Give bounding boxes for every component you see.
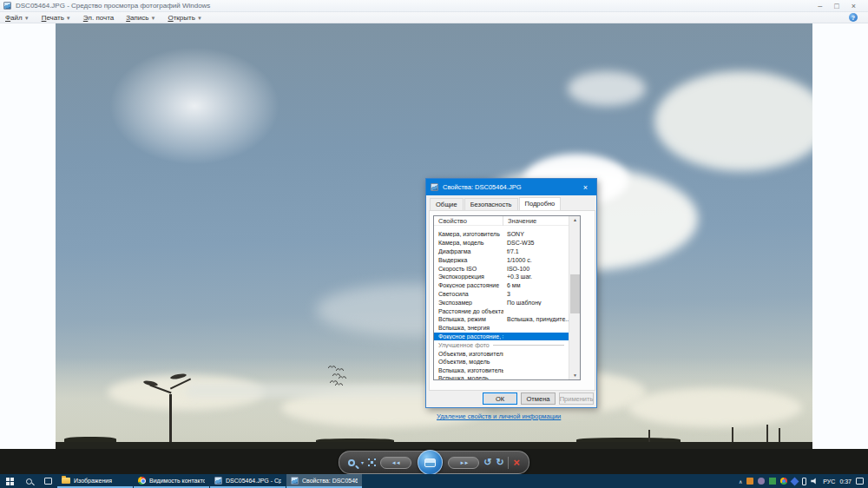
photo-viewer-app-icon [3,2,11,10]
scrollbar-thumb[interactable] [570,274,580,313]
property-name: Экспокоррекция [434,274,503,280]
scroll-down-icon[interactable]: ▼ [569,372,581,379]
ok-button[interactable]: ОК [483,392,517,405]
action-center-icon[interactable] [856,478,864,485]
power-pole [648,430,650,443]
language-indicator[interactable]: РУС [823,478,835,485]
menu-item-4[interactable]: Открыть▼ [168,14,201,22]
next-button[interactable]: ►► [448,457,479,469]
menu-item-1[interactable]: Печать▼ [42,14,71,22]
property-value: 3 [503,291,569,297]
property-row[interactable]: Фокусное расстояние6 мм [434,281,569,290]
clock[interactable]: 0:37 [839,478,852,485]
window-titlebar: DSC05464.JPG - Средство просмотра фотогр… [0,0,868,12]
property-row[interactable]: Фокусное расстояние, э... [434,333,569,341]
property-row[interactable]: Камера, изготовительSONY [434,230,569,239]
dialog-titlebar: Свойства: DSC05464.JPG × [426,179,596,195]
zoom-button[interactable]: ▾ [348,459,364,466]
apply-button[interactable]: Применить [559,392,594,405]
utorrent-icon[interactable] [746,478,753,485]
property-name: Вспышка, модель [434,375,503,380]
property-row[interactable]: Вспышка, изготовитель [434,366,569,375]
task-view-button[interactable] [38,474,57,488]
property-row[interactable]: Вспышка, энергия [434,324,569,333]
rotate-left-button[interactable]: ↺ [483,458,491,467]
bird [339,367,346,373]
property-section-row[interactable]: Улучшенное фото [434,340,569,349]
taskbar-button-3[interactable]: Свойства: DSC05464... [286,474,362,488]
property-name: Объектив, модель [434,359,503,365]
phone-icon[interactable] [802,478,806,485]
remove-properties-link[interactable]: Удаление свойств и личной информации [437,412,561,420]
property-row[interactable]: Камера, модельDSC-W35 [434,239,569,247]
rotate-right-button[interactable]: ↻ [496,458,503,467]
sun-glow [82,28,307,184]
hidden-icons-chevron-icon[interactable]: ∧ [739,478,742,485]
property-row[interactable]: Светосила3 [434,290,569,299]
menu-item-3[interactable]: Запись▼ [126,14,155,22]
property-row[interactable]: Выдержка1/1000 с. [434,255,569,264]
minimize-button[interactable]: – [818,1,822,11]
dialog-close-icon[interactable]: × [579,183,592,192]
cloud [654,71,812,171]
property-row[interactable]: Скорость ISOISO-100 [434,264,569,273]
taskbar: ИзображенияВидимость контакто...DSC05464… [0,474,868,488]
scrollbar[interactable]: ▲ ▼ [569,216,580,379]
property-row[interactable]: Вспышка, модель [434,375,569,380]
menu-item-2[interactable]: Эл. почта [83,14,114,22]
property-value: ISO-100 [503,266,569,272]
tab-2[interactable]: Подробно [519,197,562,211]
delete-button[interactable]: × [513,457,520,468]
dialog-app-icon [431,183,438,191]
power-pole [732,427,733,443]
property-name: Вспышка, изготовитель [434,367,503,373]
start-button[interactable] [0,474,19,488]
properties-list-rows: Камера, изготовительSONYКамера, модельDS… [434,226,569,380]
taskbar-button-label: Изображения [74,478,112,484]
property-name: Вспышка, энергия [434,325,503,331]
actual-size-button[interactable] [368,458,376,466]
property-row[interactable]: ЭкспозамерПо шаблону [434,298,569,307]
property-row[interactable]: Расстояние до объекта [434,307,569,315]
menu-item-0[interactable]: Файл▼ [5,14,30,22]
restore-button[interactable]: □ [834,1,838,11]
app-green-icon[interactable] [769,478,776,485]
taskbar-button-label: Свойства: DSC05464... [302,478,358,484]
scroll-up-icon[interactable]: ▲ [569,216,581,224]
property-row[interactable]: Вспышка, режимВспышка, принудите... [434,315,569,324]
volume-icon[interactable] [811,478,819,485]
property-value: +0.3 шаг. [503,274,569,280]
photo-viewer-icon [291,477,299,485]
taskbar-button-1[interactable]: Видимость контакто... [134,474,209,488]
previous-button[interactable]: ◄◄ [380,457,411,469]
dialog-buttons: ОКОтменаПрименить [426,392,596,405]
property-row[interactable]: Объектив, модель [434,358,569,366]
taskbar-button-2[interactable]: DSC05464.JPG - Сред... [210,474,286,488]
property-value: Вспышка, принудите... [503,316,569,322]
search-button[interactable] [19,474,38,488]
app-purple-icon[interactable] [758,478,765,485]
power-pole [766,425,768,443]
chevron-down-icon: ▼ [24,16,30,21]
chrome-tray-icon[interactable] [780,478,787,485]
cancel-button[interactable]: Отмена [521,392,556,405]
slideshow-button[interactable] [418,450,443,475]
zoom-icon [348,459,355,466]
dialog-title: Свойства: DSC05464.JPG [443,183,521,191]
system-tray: ∧ РУС 0:37 [739,474,868,488]
viewer-toolbar: ▾ ◄◄ ►► ↺ ↻ × [339,451,529,474]
property-row[interactable]: Объектив, изготовитель [434,349,569,358]
column-header-property[interactable]: Свойство [434,216,503,226]
windows-logo-icon [6,478,14,485]
property-row[interactable]: Диафрагмаf/7.1 [434,247,569,256]
close-button[interactable]: × [852,1,856,11]
bird [328,357,336,362]
help-icon[interactable]: ? [849,13,858,22]
app-blue-icon[interactable] [791,477,799,485]
treeline [56,442,812,449]
property-name: Объектив, изготовитель [434,351,503,357]
taskbar-button-0[interactable]: Изображения [57,474,133,488]
chrome-icon [138,477,146,485]
property-row[interactable]: Экспокоррекция+0.3 шаг. [434,273,569,281]
column-header-value[interactable]: Значение [503,217,536,225]
